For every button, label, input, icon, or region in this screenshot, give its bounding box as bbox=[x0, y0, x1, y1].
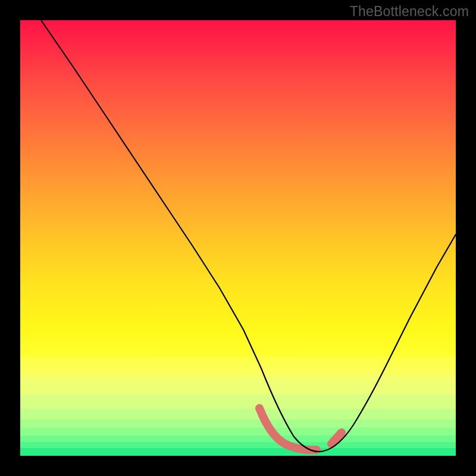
curve-svg bbox=[20, 20, 456, 456]
optimal-zone-highlight-left bbox=[259, 408, 317, 450]
plot-area bbox=[20, 20, 456, 456]
chart-container: TheBottleneck.com bbox=[0, 0, 476, 476]
watermark-text: TheBottleneck.com bbox=[350, 4, 469, 20]
bottleneck-curve bbox=[41, 20, 456, 452]
